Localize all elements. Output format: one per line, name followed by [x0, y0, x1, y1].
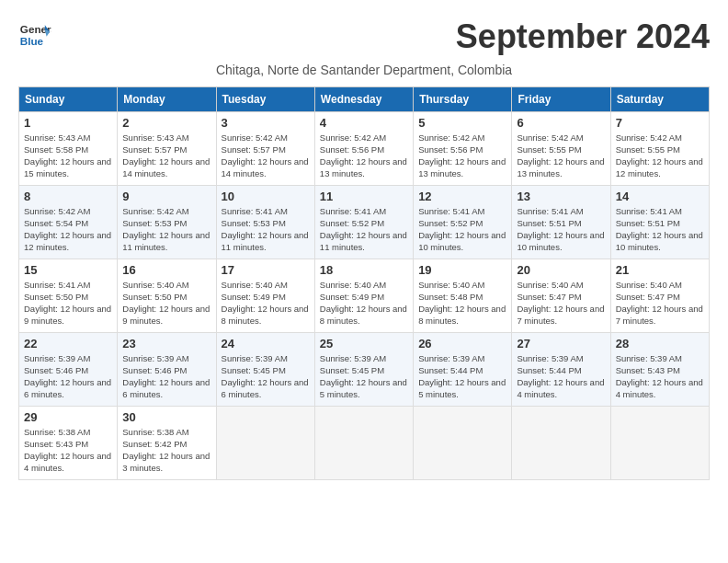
day-info: Sunrise: 5:40 AMSunset: 5:50 PMDaylight:… — [122, 279, 210, 327]
calendar-cell: 28Sunrise: 5:39 AMSunset: 5:43 PMDayligh… — [610, 332, 709, 406]
day-info: Sunrise: 5:42 AMSunset: 5:53 PMDaylight:… — [122, 205, 210, 254]
day-info: Sunrise: 5:42 AMSunset: 5:57 PMDaylight:… — [222, 132, 310, 180]
day-info: Sunrise: 5:39 AMSunset: 5:45 PMDaylight:… — [320, 352, 408, 401]
day-info: Sunrise: 5:39 AMSunset: 5:43 PMDaylight:… — [616, 352, 704, 401]
day-number: 18 — [320, 263, 408, 277]
calendar-cell: 10Sunrise: 5:41 AMSunset: 5:53 PMDayligh… — [216, 185, 314, 259]
calendar-cell: 25Sunrise: 5:39 AMSunset: 5:45 PMDayligh… — [314, 332, 413, 406]
day-info: Sunrise: 5:41 AMSunset: 5:50 PMDaylight:… — [24, 279, 112, 327]
day-number: 1 — [24, 116, 112, 130]
day-info: Sunrise: 5:39 AMSunset: 5:45 PMDaylight:… — [222, 352, 310, 401]
weekday-header-tuesday: Tuesday — [216, 86, 314, 111]
weekday-header-saturday: Saturday — [610, 86, 709, 111]
day-number: 13 — [517, 190, 605, 203]
day-number: 26 — [418, 337, 506, 350]
calendar-cell — [512, 406, 610, 479]
logo-icon: General Blue — [18, 18, 51, 52]
calendar-cell: 22Sunrise: 5:39 AMSunset: 5:46 PMDayligh… — [19, 332, 118, 406]
day-number: 2 — [122, 116, 210, 130]
calendar-week-3: 15Sunrise: 5:41 AMSunset: 5:50 PMDayligh… — [19, 259, 710, 332]
day-number: 15 — [24, 263, 112, 277]
calendar-cell: 5Sunrise: 5:42 AMSunset: 5:56 PMDaylight… — [414, 111, 512, 185]
day-number: 10 — [222, 190, 310, 203]
calendar-cell — [414, 406, 512, 479]
day-info: Sunrise: 5:41 AMSunset: 5:51 PMDaylight:… — [517, 205, 605, 254]
day-info: Sunrise: 5:38 AMSunset: 5:42 PMDaylight:… — [122, 426, 210, 475]
day-number: 20 — [517, 263, 605, 277]
day-number: 11 — [320, 190, 408, 203]
logo: General Blue — [18, 18, 51, 52]
calendar-cell: 9Sunrise: 5:42 AMSunset: 5:53 PMDaylight… — [118, 185, 216, 259]
day-info: Sunrise: 5:38 AMSunset: 5:43 PMDaylight:… — [24, 426, 112, 475]
day-info: Sunrise: 5:41 AMSunset: 5:52 PMDaylight:… — [320, 205, 408, 254]
day-number: 19 — [418, 263, 506, 277]
calendar-cell: 12Sunrise: 5:41 AMSunset: 5:52 PMDayligh… — [414, 185, 512, 259]
day-number: 14 — [616, 190, 704, 203]
day-number: 12 — [418, 190, 506, 203]
day-info: Sunrise: 5:41 AMSunset: 5:52 PMDaylight:… — [418, 205, 506, 254]
calendar-cell: 1Sunrise: 5:43 AMSunset: 5:58 PMDaylight… — [19, 111, 118, 185]
day-info: Sunrise: 5:41 AMSunset: 5:51 PMDaylight:… — [616, 205, 704, 254]
day-number: 25 — [320, 337, 408, 350]
day-info: Sunrise: 5:42 AMSunset: 5:55 PMDaylight:… — [616, 132, 704, 180]
calendar-cell: 16Sunrise: 5:40 AMSunset: 5:50 PMDayligh… — [118, 259, 216, 332]
day-info: Sunrise: 5:39 AMSunset: 5:46 PMDaylight:… — [122, 352, 210, 401]
calendar-cell: 27Sunrise: 5:39 AMSunset: 5:44 PMDayligh… — [512, 332, 610, 406]
calendar-cell — [216, 406, 314, 479]
day-number: 6 — [517, 116, 605, 130]
day-info: Sunrise: 5:42 AMSunset: 5:56 PMDaylight:… — [320, 132, 408, 180]
weekday-header-wednesday: Wednesday — [314, 86, 413, 111]
location-title: Chitaga, Norte de Santander Department, … — [18, 63, 710, 77]
title-section: September 2024 — [456, 18, 710, 55]
day-number: 7 — [616, 116, 704, 130]
day-number: 3 — [222, 116, 310, 130]
calendar-week-2: 8Sunrise: 5:42 AMSunset: 5:54 PMDaylight… — [19, 185, 710, 259]
day-info: Sunrise: 5:43 AMSunset: 5:57 PMDaylight:… — [122, 132, 210, 180]
day-number: 23 — [122, 337, 210, 350]
weekday-header-row: SundayMondayTuesdayWednesdayThursdayFrid… — [19, 86, 710, 111]
calendar-cell: 8Sunrise: 5:42 AMSunset: 5:54 PMDaylight… — [19, 185, 118, 259]
day-number: 27 — [517, 337, 605, 350]
calendar-table: SundayMondayTuesdayWednesdayThursdayFrid… — [18, 86, 710, 480]
weekday-header-friday: Friday — [512, 86, 610, 111]
calendar-cell: 11Sunrise: 5:41 AMSunset: 5:52 PMDayligh… — [314, 185, 413, 259]
day-info: Sunrise: 5:39 AMSunset: 5:46 PMDaylight:… — [24, 352, 112, 401]
calendar-cell — [610, 406, 709, 479]
day-number: 5 — [418, 116, 506, 130]
weekday-header-monday: Monday — [118, 86, 216, 111]
day-info: Sunrise: 5:39 AMSunset: 5:44 PMDaylight:… — [418, 352, 506, 401]
calendar-cell: 17Sunrise: 5:40 AMSunset: 5:49 PMDayligh… — [216, 259, 314, 332]
day-number: 16 — [122, 263, 210, 277]
calendar-cell: 29Sunrise: 5:38 AMSunset: 5:43 PMDayligh… — [19, 406, 118, 479]
day-info: Sunrise: 5:43 AMSunset: 5:58 PMDaylight:… — [24, 132, 112, 180]
calendar-cell: 24Sunrise: 5:39 AMSunset: 5:45 PMDayligh… — [216, 332, 314, 406]
calendar-cell: 14Sunrise: 5:41 AMSunset: 5:51 PMDayligh… — [610, 185, 709, 259]
calendar-cell: 30Sunrise: 5:38 AMSunset: 5:42 PMDayligh… — [118, 406, 216, 479]
day-info: Sunrise: 5:42 AMSunset: 5:55 PMDaylight:… — [517, 132, 605, 180]
calendar-cell: 7Sunrise: 5:42 AMSunset: 5:55 PMDaylight… — [610, 111, 709, 185]
day-info: Sunrise: 5:42 AMSunset: 5:56 PMDaylight:… — [418, 132, 506, 180]
day-info: Sunrise: 5:40 AMSunset: 5:48 PMDaylight:… — [418, 279, 506, 327]
day-number: 4 — [320, 116, 408, 130]
day-info: Sunrise: 5:40 AMSunset: 5:49 PMDaylight:… — [222, 279, 310, 327]
weekday-header-thursday: Thursday — [414, 86, 512, 111]
calendar-cell: 20Sunrise: 5:40 AMSunset: 5:47 PMDayligh… — [512, 259, 610, 332]
day-info: Sunrise: 5:41 AMSunset: 5:53 PMDaylight:… — [222, 205, 310, 254]
calendar-week-1: 1Sunrise: 5:43 AMSunset: 5:58 PMDaylight… — [19, 111, 710, 185]
day-number: 24 — [222, 337, 310, 350]
day-number: 9 — [122, 190, 210, 203]
day-info: Sunrise: 5:40 AMSunset: 5:49 PMDaylight:… — [320, 279, 408, 327]
day-number: 17 — [222, 263, 310, 277]
day-info: Sunrise: 5:42 AMSunset: 5:54 PMDaylight:… — [24, 205, 112, 254]
day-number: 21 — [616, 263, 704, 277]
day-number: 22 — [24, 337, 112, 350]
day-number: 29 — [24, 410, 112, 424]
calendar-cell: 21Sunrise: 5:40 AMSunset: 5:47 PMDayligh… — [610, 259, 709, 332]
calendar-cell: 6Sunrise: 5:42 AMSunset: 5:55 PMDaylight… — [512, 111, 610, 185]
calendar-week-4: 22Sunrise: 5:39 AMSunset: 5:46 PMDayligh… — [19, 332, 710, 406]
calendar-cell: 15Sunrise: 5:41 AMSunset: 5:50 PMDayligh… — [19, 259, 118, 332]
calendar-week-5: 29Sunrise: 5:38 AMSunset: 5:43 PMDayligh… — [19, 406, 710, 479]
svg-text:Blue: Blue — [20, 35, 44, 47]
calendar-cell — [314, 406, 413, 479]
weekday-header-sunday: Sunday — [19, 86, 118, 111]
